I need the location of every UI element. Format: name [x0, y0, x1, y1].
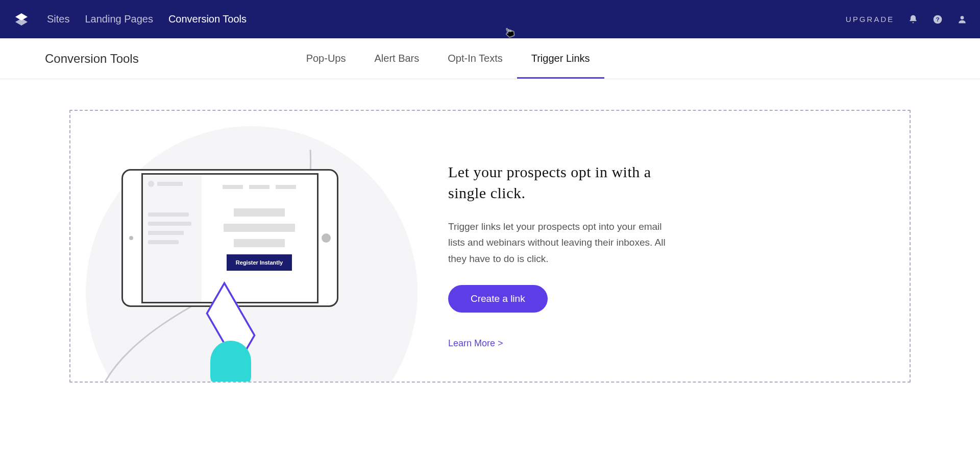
tablet-illustration: Register Instantly: [121, 169, 338, 307]
sub-navbar: Conversion Tools Pop-Ups Alert Bars Opt-…: [0, 38, 980, 79]
help-icon[interactable]: ?: [932, 14, 943, 25]
learn-more-link[interactable]: Learn More >: [448, 338, 673, 349]
subnav-title: Conversion Tools: [45, 52, 139, 66]
teal-shape-icon: [210, 341, 251, 383]
illustration: Register Instantly: [86, 126, 418, 382]
tab-pop-ups[interactable]: Pop-Ups: [292, 38, 360, 79]
user-icon[interactable]: [957, 14, 968, 25]
panel-headline: Let your prospects opt in with a single …: [448, 162, 673, 203]
nav-link-conversion-tools[interactable]: Conversion Tools: [168, 13, 247, 25]
nav-link-landing-pages[interactable]: Landing Pages: [85, 13, 153, 25]
content-area: Register Instantly Let your prospects op…: [0, 79, 980, 403]
tab-trigger-links[interactable]: Trigger Links: [517, 38, 604, 79]
upgrade-link[interactable]: UPGRADE: [846, 15, 894, 23]
logo-icon[interactable]: [12, 10, 31, 29]
nav-link-sites[interactable]: Sites: [47, 13, 69, 25]
subnav-tabs: Pop-Ups Alert Bars Opt-In Texts Trigger …: [292, 38, 604, 79]
tab-opt-in-texts[interactable]: Opt-In Texts: [433, 38, 517, 79]
panel-description: Trigger links let your prospects opt int…: [448, 219, 673, 267]
illustration-cta: Register Instantly: [227, 254, 292, 271]
top-nav-links: Sites Landing Pages Conversion Tools: [47, 13, 846, 25]
panel-text-column: Let your prospects opt in with a single …: [448, 126, 673, 382]
tab-alert-bars[interactable]: Alert Bars: [360, 38, 433, 79]
svg-marker-1: [15, 18, 28, 26]
bell-icon[interactable]: [908, 14, 919, 25]
empty-state-panel: Register Instantly Let your prospects op…: [69, 110, 911, 383]
svg-text:?: ?: [936, 16, 939, 22]
create-link-button[interactable]: Create a link: [448, 285, 548, 313]
svg-point-4: [961, 16, 964, 19]
top-nav-right: UPGRADE ?: [846, 14, 968, 25]
top-navbar: Sites Landing Pages Conversion Tools UPG…: [0, 0, 980, 38]
